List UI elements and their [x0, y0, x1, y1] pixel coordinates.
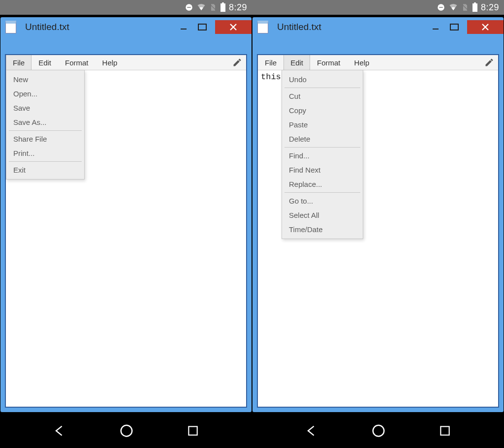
menu-item-time-date[interactable]: Time/Date	[282, 222, 363, 237]
content-frame: File Edit Format Help this is note. NewO…	[5, 54, 247, 408]
minimize-button[interactable]	[427, 20, 444, 34]
no-sim-icon	[461, 3, 469, 12]
status-time: 8:29	[229, 2, 247, 13]
notepad-icon	[5, 21, 16, 33]
window-frame: Untitled.txt File Edit Format Help	[0, 17, 252, 412]
menu-help[interactable]: Help	[95, 55, 125, 70]
svg-rect-3	[222, 2, 224, 3]
no-sim-icon	[209, 3, 217, 12]
menu-item-copy[interactable]: Copy	[282, 103, 363, 118]
window-frame: Untitled.txt File Edit Format Help	[252, 17, 504, 412]
svg-rect-13	[450, 24, 458, 30]
pencil-icon[interactable]	[480, 55, 498, 70]
menu-item-replace[interactable]: Replace...	[282, 177, 363, 191]
menu-separator	[284, 147, 360, 148]
menu-separator	[284, 192, 360, 193]
dnd-icon	[437, 3, 445, 12]
menu-separator	[284, 88, 360, 88]
svg-rect-11	[472, 3, 477, 12]
status-bar: 8:29	[0, 0, 252, 15]
maximize-button[interactable]	[192, 20, 212, 34]
menu-bar: File Edit Format Help	[258, 55, 498, 70]
window-title: Untitled.txt	[25, 22, 69, 32]
edit-menu-dropdown: UndoCutCopyPasteDeleteFind...Find NextRe…	[282, 70, 363, 239]
svg-rect-1	[187, 7, 191, 8]
dnd-icon	[185, 3, 193, 12]
close-button[interactable]	[215, 20, 252, 34]
svg-point-16	[373, 425, 384, 436]
menu-item-exit[interactable]: Exit	[6, 163, 84, 177]
maximize-button[interactable]	[444, 20, 464, 34]
menu-file[interactable]: File	[6, 55, 32, 70]
menu-separator	[9, 130, 82, 131]
menu-item-go-to[interactable]: Go to...	[282, 194, 363, 208]
window-title: Untitled.txt	[277, 22, 321, 32]
wifi-icon	[448, 3, 458, 12]
pencil-icon[interactable]	[228, 55, 246, 70]
menu-item-share-file[interactable]: Share File	[6, 132, 84, 146]
back-button[interactable]	[305, 424, 318, 440]
notepad-icon	[257, 21, 268, 33]
battery-icon	[472, 2, 478, 12]
menu-item-undo[interactable]: Undo	[282, 72, 363, 87]
status-bar: 8:29	[252, 0, 504, 15]
recents-button[interactable]	[187, 424, 199, 439]
minimize-button[interactable]	[175, 20, 192, 34]
home-button[interactable]	[371, 423, 386, 440]
svg-rect-8	[439, 7, 443, 8]
menu-item-open[interactable]: Open...	[6, 87, 84, 101]
svg-rect-5	[181, 29, 187, 30]
menu-item-paste[interactable]: Paste	[282, 118, 363, 132]
menu-item-new[interactable]: New	[6, 72, 84, 87]
menu-item-delete[interactable]: Delete	[282, 132, 363, 146]
menu-help[interactable]: Help	[347, 55, 377, 70]
editor-text: this	[261, 72, 281, 82]
menu-bar: File Edit Format Help	[6, 55, 246, 70]
menu-edit[interactable]: Edit	[32, 55, 58, 70]
svg-rect-6	[198, 24, 206, 30]
menu-item-save[interactable]: Save	[6, 101, 84, 115]
file-menu-dropdown: NewOpen...SaveSave As...Share FilePrint.…	[6, 70, 85, 179]
title-bar[interactable]: Untitled.txt	[252, 17, 504, 37]
svg-rect-12	[433, 29, 439, 30]
status-time: 8:29	[481, 2, 499, 13]
menu-format[interactable]: Format	[58, 55, 95, 70]
menu-item-save-as[interactable]: Save As...	[6, 115, 84, 129]
android-nav-bar	[0, 415, 504, 448]
svg-rect-4	[220, 3, 225, 12]
close-button[interactable]	[467, 20, 504, 34]
menu-item-cut[interactable]: Cut	[282, 89, 363, 103]
home-button[interactable]	[119, 423, 134, 440]
svg-rect-10	[474, 2, 476, 3]
recents-button[interactable]	[439, 424, 451, 439]
wifi-icon	[196, 3, 206, 12]
menu-format[interactable]: Format	[310, 55, 347, 70]
svg-rect-15	[189, 426, 197, 435]
menu-file[interactable]: File	[258, 55, 284, 70]
right-pane: 8:29 Untitled.txt File Ed	[252, 0, 504, 415]
battery-icon	[220, 2, 226, 12]
menu-separator	[9, 161, 82, 162]
svg-point-14	[121, 425, 132, 436]
menu-item-find[interactable]: Find...	[282, 149, 363, 163]
content-frame: File Edit Format Help this UndoCutCopyPa…	[257, 54, 499, 408]
menu-item-select-all[interactable]: Select All	[282, 208, 363, 222]
back-button[interactable]	[53, 424, 66, 440]
menu-edit[interactable]: Edit	[284, 55, 310, 70]
svg-rect-17	[441, 426, 449, 435]
left-pane: 8:29 Untitled.txt File Ed	[0, 0, 252, 415]
menu-item-print[interactable]: Print...	[6, 146, 84, 160]
title-bar[interactable]: Untitled.txt	[0, 17, 252, 37]
menu-item-find-next[interactable]: Find Next	[282, 163, 363, 177]
